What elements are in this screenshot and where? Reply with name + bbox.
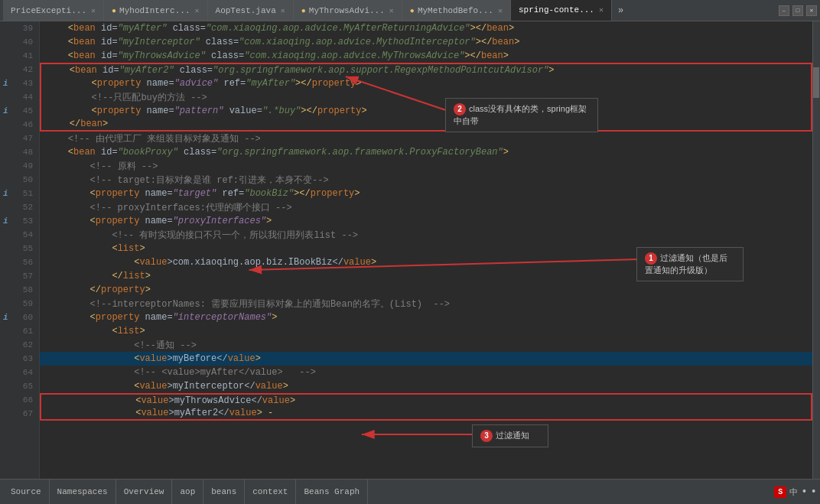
gutter-line-47: 47: [0, 132, 39, 145]
tab-overflow[interactable]: »: [612, 2, 630, 19]
gutter-line-52: 52: [0, 200, 39, 214]
gutter-line-41: 41: [0, 49, 39, 63]
gutter-line-53: 53: [0, 214, 39, 228]
code-token: bean: [73, 23, 96, 34]
status-tab-4[interactable]: beans: [203, 480, 245, 504]
code-token: class=: [200, 37, 239, 47]
close-tab-button[interactable]: ✕: [195, 6, 200, 15]
tab-label: PriceExcepti...: [11, 6, 86, 15]
modified-icon: ●: [112, 7, 116, 15]
editor-container: 3940414243444546474849505152535455565758…: [0, 21, 820, 479]
code-token: ref=: [216, 188, 244, 199]
code-token: >myThrowsAdvice</: [168, 395, 262, 406]
code-line-60: <property name="interceptorNames">: [40, 311, 812, 324]
code-token: name=: [139, 216, 172, 226]
code-token: >: [266, 216, 272, 226]
code-token: >myInterceptor</: [167, 381, 255, 392]
gutter-line-66: 66: [0, 393, 39, 407]
code-token: </: [46, 285, 101, 295]
code-line-48: <bean id="bookProxy" class="org.springfr…: [40, 145, 812, 159]
gutter-line-40: 40: [0, 35, 39, 49]
close-tab-button[interactable]: ✕: [91, 6, 96, 15]
code-line-39: <bean id="myAfter" class="com.xiaoqing.a…: [40, 21, 812, 35]
gutter: 3940414243444546474849505152535455565758…: [0, 21, 40, 479]
code-line-59: <!--interceptorNames: 需要应用到目标对象上的通知Bean的…: [40, 297, 812, 311]
tab-2[interactable]: AopTest.java✕: [208, 0, 294, 21]
code-token: id=: [96, 50, 118, 61]
gutter-line-67: 67: [0, 407, 39, 421]
code-token: "bookBiz": [244, 188, 294, 199]
gutter-line-62: 62: [0, 338, 39, 352]
code-token: ></: [464, 50, 481, 61]
code-token: value: [228, 353, 255, 364]
code-area[interactable]: <bean id="myAfter" class="com.xiaoqing.a…: [40, 21, 812, 479]
callout-1: 1过滤通知（也是后置通知的升级版）: [636, 247, 744, 281]
code-token: name=: [139, 188, 172, 199]
callout-2: 2class没有具体的类，spring框架中自带: [445, 98, 598, 132]
maximize-button[interactable]: □: [792, 5, 803, 16]
close-tab-button[interactable]: ✕: [389, 6, 394, 15]
close-tab-button[interactable]: ✕: [599, 5, 604, 15]
code-token: >: [139, 326, 145, 337]
code-token: id=: [96, 147, 118, 158]
gutter-line-64: 64: [0, 366, 39, 379]
status-tab-1[interactable]: Namespaces: [50, 480, 116, 504]
tab-3[interactable]: ●MyThrowsAdvi...✕: [294, 0, 402, 21]
code-token: <: [46, 216, 96, 226]
code-token: <!--只匹配buy的方法 -->: [47, 91, 207, 104]
tab-1[interactable]: ●MyhodInterc...✕: [104, 0, 207, 21]
tab-label: MyMethodBefo...: [418, 6, 493, 15]
code-token: >: [354, 188, 360, 199]
status-tab-6[interactable]: Beans Graph: [296, 480, 368, 504]
close-button[interactable]: ✕: [806, 5, 817, 16]
gutter-line-61: 61: [0, 324, 39, 338]
code-token: >: [371, 257, 376, 268]
gutter-line-51: 51: [0, 187, 39, 200]
code-token: <: [46, 50, 73, 61]
code-token: "myInterceptor": [118, 37, 200, 47]
gutter-line-46: 46: [0, 118, 39, 132]
code-token: name=: [141, 78, 174, 89]
code-token: value: [141, 408, 168, 418]
gutter-line-43: 43: [0, 76, 39, 90]
tab-4[interactable]: ●MyMethodBefo...✕: [402, 0, 511, 21]
code-token: bean: [75, 65, 97, 76]
gutter-line-49: 49: [0, 159, 39, 173]
code-token: <: [47, 395, 141, 406]
code-line-61: <list>: [40, 324, 812, 338]
code-token: >: [503, 50, 509, 61]
code-token: ></: [294, 188, 311, 199]
code-token: property: [97, 106, 142, 116]
code-token: <: [46, 188, 96, 199]
code-token: <!-- 有时实现的接口不只一个，所以我们用列表list -->: [46, 229, 358, 242]
tab-label: AopTest.java: [216, 6, 276, 15]
code-token: "pattern": [174, 106, 224, 116]
code-token: <!-- 原料 -->: [46, 160, 158, 173]
status-tab-2[interactable]: Overview: [116, 480, 173, 504]
code-token: >: [503, 147, 509, 158]
sogou-icon: S: [774, 486, 786, 498]
right-scroll[interactable]: [812, 21, 820, 479]
tab-0[interactable]: PriceExcepti...✕: [3, 0, 104, 21]
close-tab-button[interactable]: ✕: [498, 6, 503, 15]
code-token: <: [46, 381, 139, 392]
code-token: </: [46, 271, 123, 281]
close-tab-button[interactable]: ✕: [281, 6, 285, 15]
code-token: >: [102, 119, 108, 129]
tab-label: spring-conte...: [519, 5, 594, 15]
code-token: <: [46, 312, 96, 323]
status-tab-3[interactable]: aop: [172, 480, 203, 504]
code-token: bean: [73, 37, 96, 47]
minimize-button[interactable]: –: [779, 5, 789, 16]
gutter-line-54: 54: [0, 228, 39, 242]
code-token: >: [145, 271, 151, 281]
code-token: >: [255, 353, 261, 364]
code-token: ></: [470, 23, 487, 34]
code-token: <: [46, 257, 139, 268]
tab-5[interactable]: spring-conte...✕: [511, 0, 612, 21]
status-tab-0[interactable]: Source: [3, 480, 50, 504]
code-token: bean: [80, 119, 102, 129]
code-token: value: [255, 381, 283, 392]
status-tab-5[interactable]: context: [245, 480, 296, 504]
code-token: >: [272, 312, 277, 323]
